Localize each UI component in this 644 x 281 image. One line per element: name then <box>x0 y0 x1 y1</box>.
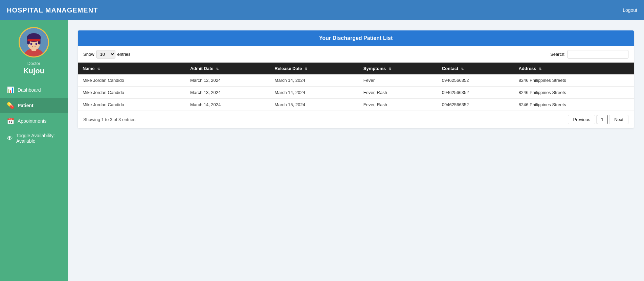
sidebar-item-dashboard-label: Dashboard <box>18 87 41 93</box>
cell-symptoms: Fever, Rash <box>359 99 437 111</box>
search-label: Search: <box>550 52 565 57</box>
cell-symptoms: Fever, Rash <box>359 87 437 99</box>
sidebar-item-appointments[interactable]: 📅 Appointments <box>0 113 68 129</box>
show-label: Show <box>83 52 94 57</box>
doctor-name: Kujou <box>23 67 44 75</box>
table-title: Your Discharged Patient List <box>78 30 634 46</box>
sort-icon-release: ⇅ <box>305 67 307 71</box>
table-header-row: Name ⇅ Admit Date ⇅ Release Date ⇅ Sympt… <box>78 63 634 74</box>
nav-menu: 📊 Dashboard 💊 Patient 📅 Appointments 👁 T… <box>0 82 68 148</box>
entries-select[interactable]: 10 25 50 100 <box>96 50 115 58</box>
col-release-date[interactable]: Release Date ⇅ <box>270 63 359 74</box>
col-admit-date[interactable]: Admit Date ⇅ <box>185 63 270 74</box>
patient-icon: 💊 <box>7 102 14 109</box>
table-row: Mike Jordan CandidoMarch 14, 2024March 1… <box>78 99 634 111</box>
sidebar-item-toggle-availability-label: Toggle Availability: Available <box>16 133 61 144</box>
toggle-availability-icon: 👁 <box>7 135 13 142</box>
sidebar-item-patient[interactable]: 💊 Patient <box>0 98 68 113</box>
cell-admit_date: March 13, 2024 <box>185 87 270 99</box>
col-address[interactable]: Address ⇅ <box>514 63 634 74</box>
svg-point-8 <box>30 43 32 45</box>
sort-icon-name: ⇅ <box>97 67 100 71</box>
dashboard-icon: 📊 <box>7 86 14 94</box>
table-controls: Show 10 25 50 100 entries Search: <box>78 46 634 63</box>
col-symptoms[interactable]: Symptoms ⇅ <box>359 63 437 74</box>
svg-point-9 <box>36 43 38 45</box>
pagination-controls: Previous 1 Next <box>568 115 628 124</box>
show-entries-control: Show 10 25 50 100 entries <box>83 50 131 58</box>
sort-icon-address: ⇅ <box>539 67 541 71</box>
sort-icon-symptoms: ⇅ <box>388 67 391 71</box>
cell-address: 8246 Philippines Streets <box>514 87 634 99</box>
sidebar-item-patient-label: Patient <box>18 103 34 108</box>
discharged-patient-card: Your Discharged Patient List Show 10 25 … <box>78 30 634 128</box>
cell-symptoms: Fever <box>359 74 437 87</box>
layout: Doctor Kujou 📊 Dashboard 💊 Patient 📅 App… <box>0 20 644 281</box>
doctor-role: Doctor <box>27 61 40 66</box>
svg-rect-7 <box>27 39 40 42</box>
cell-admit_date: March 14, 2024 <box>185 99 270 111</box>
cell-contact: 09462566352 <box>437 99 514 111</box>
sidebar-item-dashboard[interactable]: 📊 Dashboard <box>0 82 68 98</box>
showing-text: Showing 1 to 3 of 3 entries <box>83 117 135 122</box>
cell-name: Mike Jordan Candido <box>78 74 185 87</box>
logout-button[interactable]: Logout <box>623 7 637 13</box>
cell-release_date: March 15, 2024 <box>270 99 359 111</box>
sidebar-item-toggle-availability[interactable]: 👁 Toggle Availability: Available <box>0 129 68 148</box>
sidebar-item-appointments-label: Appointments <box>18 118 47 124</box>
sort-icon-contact: ⇅ <box>461 67 464 71</box>
cell-name: Mike Jordan Candido <box>78 99 185 111</box>
sort-icon-admit: ⇅ <box>216 67 219 71</box>
col-name[interactable]: Name ⇅ <box>78 63 185 74</box>
cell-admit_date: March 12, 2024 <box>185 74 270 87</box>
table-row: Mike Jordan CandidoMarch 12, 2024March 1… <box>78 74 634 87</box>
table-row: Mike Jordan CandidoMarch 13, 2024March 1… <box>78 87 634 99</box>
col-contact[interactable]: Contact ⇅ <box>437 63 514 74</box>
app-title: HOSPITAL MANAGEMENT <box>7 6 98 14</box>
cell-address: 8246 Philippines Streets <box>514 74 634 87</box>
avatar <box>19 27 49 57</box>
entries-label: entries <box>117 52 131 57</box>
search-input[interactable] <box>568 50 628 58</box>
cell-name: Mike Jordan Candido <box>78 87 185 99</box>
search-box: Search: <box>550 50 628 58</box>
pagination-section: Showing 1 to 3 of 3 entries Previous 1 N… <box>78 111 634 128</box>
discharged-patient-table: Name ⇅ Admit Date ⇅ Release Date ⇅ Sympt… <box>78 63 634 111</box>
cell-contact: 09462566352 <box>437 87 514 99</box>
appointments-icon: 📅 <box>7 117 14 125</box>
cell-address: 8246 Philippines Streets <box>514 99 634 111</box>
cell-contact: 09462566352 <box>437 74 514 87</box>
previous-button[interactable]: Previous <box>568 115 595 124</box>
cell-release_date: March 14, 2024 <box>270 74 359 87</box>
sidebar: Doctor Kujou 📊 Dashboard 💊 Patient 📅 App… <box>0 20 68 281</box>
top-header: HOSPITAL MANAGEMENT Logout <box>0 0 644 20</box>
main-content: Your Discharged Patient List Show 10 25 … <box>68 20 644 281</box>
cell-release_date: March 14, 2024 <box>270 87 359 99</box>
page-1-button[interactable]: 1 <box>597 115 608 124</box>
next-button[interactable]: Next <box>609 115 628 124</box>
